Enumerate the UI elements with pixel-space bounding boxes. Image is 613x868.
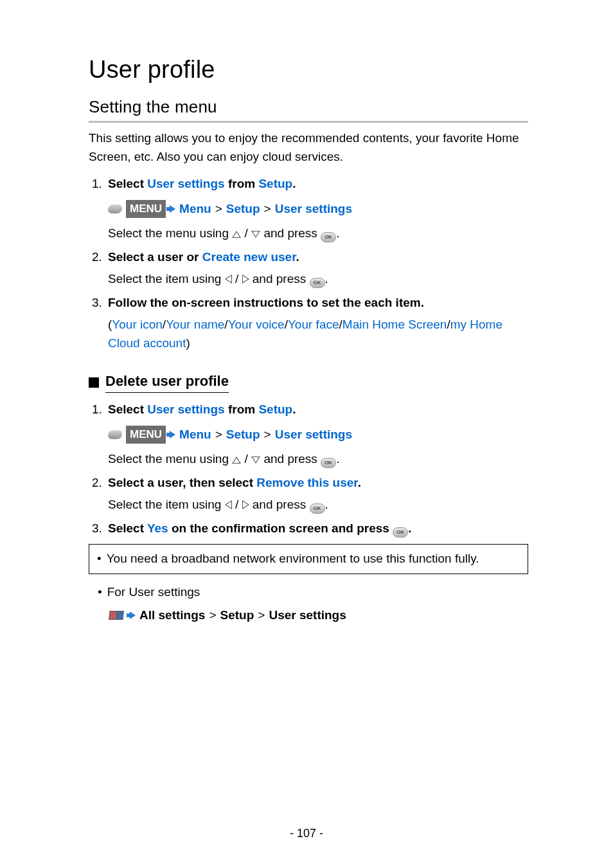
nav-up-icon <box>232 231 241 238</box>
nav-right-icon <box>242 275 249 284</box>
step-2-instruction: Select the item using / and press OK. <box>108 270 528 289</box>
text: . <box>408 521 411 535</box>
ref-user-settings: User settings <box>269 606 346 625</box>
opt-main-home-screen: Main Home Screen <box>342 318 447 331</box>
arrow-right-icon <box>130 611 136 619</box>
separator: > <box>264 200 271 219</box>
delete-step-3: Select Yes on the confirmation screen an… <box>105 520 528 538</box>
ref-setup: Setup <box>220 606 254 625</box>
text: . <box>336 226 339 240</box>
path-user-settings: User settings <box>275 200 352 219</box>
text: / <box>232 498 242 511</box>
separator: > <box>258 606 265 625</box>
separator: > <box>215 200 222 219</box>
link-user-settings: User settings <box>147 177 224 190</box>
text: Select the menu using <box>108 452 232 466</box>
text: Select the item using <box>108 272 225 285</box>
path-setup: Setup <box>226 200 260 219</box>
delete-heading-text: Delete user profile <box>105 370 229 393</box>
delete-step-1: Select User settings from Setup. MENU Me… <box>105 401 528 469</box>
note-box: You need a broadband network environment… <box>89 544 528 574</box>
reference-path: All settings > Setup > User settings <box>109 606 528 625</box>
section-subtitle: Setting the menu <box>89 95 528 123</box>
nav-left-icon <box>225 275 232 284</box>
opt-your-name: Your name <box>166 318 224 331</box>
text: Select the item using <box>108 498 225 511</box>
text: . <box>292 402 296 416</box>
text: . <box>292 177 296 190</box>
delete-step-2-instruction: Select the item using / and press OK. <box>108 496 528 514</box>
nav-right-icon <box>242 500 249 509</box>
page-number: - 107 - <box>0 825 613 842</box>
ok-button-icon: OK <box>393 527 408 538</box>
link-user-settings: User settings <box>147 402 224 416</box>
text: Select a user or <box>108 250 202 264</box>
text: ) <box>186 336 190 350</box>
text: . <box>325 272 328 285</box>
text: from <box>225 402 259 416</box>
text: . <box>296 250 299 264</box>
text: Select the menu using <box>108 226 232 240</box>
text: Select <box>108 177 147 190</box>
path-user-settings: User settings <box>275 426 352 444</box>
step-1: Select User settings from Setup. MENU Me… <box>105 175 528 243</box>
link-remove-this-user: Remove this user <box>256 476 357 489</box>
step-3-items: (Your icon/Your name/Your voice/Your fac… <box>108 316 528 352</box>
text: . <box>358 476 361 489</box>
opt-your-icon: Your icon <box>112 318 163 331</box>
path-setup: Setup <box>226 426 260 444</box>
menu-path: MENU Menu > Setup > User settings <box>108 200 528 219</box>
step-3-title: Follow the on-screen instructions to set… <box>108 296 424 309</box>
delete-section-heading: Delete user profile <box>89 370 528 393</box>
nav-left-icon <box>225 500 232 509</box>
text: Select a user, then select <box>108 476 256 489</box>
opt-your-face: Your face <box>288 318 339 331</box>
path-menu: Menu <box>179 200 211 219</box>
arrow-right-icon <box>170 205 175 213</box>
text: and press <box>249 272 310 285</box>
page-title: User profile <box>89 51 528 88</box>
note-text: You need a broadband network environment… <box>97 550 520 568</box>
text: from <box>225 177 259 190</box>
square-bullet-icon <box>89 377 99 388</box>
delete-step-2: Select a user, then select Remove this u… <box>105 474 528 514</box>
opt-your-voice: Your voice <box>228 318 285 331</box>
remote-icon <box>107 204 123 213</box>
text: / <box>241 452 251 466</box>
nav-down-icon <box>251 231 260 238</box>
menu-badge: MENU <box>126 426 166 444</box>
path-menu: Menu <box>179 426 211 444</box>
text: Select <box>108 402 147 416</box>
ok-button-icon: OK <box>321 458 336 468</box>
text: / <box>232 272 242 285</box>
step-2: Select a user or Create new user. Select… <box>105 248 528 289</box>
step-1-instruction: Select the menu using / and press OK. <box>108 224 528 243</box>
menu-badge: MENU <box>126 200 166 219</box>
arrow-right-icon <box>170 431 175 439</box>
ok-button-icon: OK <box>321 232 336 242</box>
text: on the confirmation screen and press <box>168 521 393 535</box>
ok-button-icon: OK <box>310 503 325 514</box>
link-setup: Setup <box>258 402 292 416</box>
menu-path: MENU Menu > Setup > User settings <box>108 426 528 444</box>
nav-down-icon <box>251 457 260 464</box>
step-3: Follow the on-screen instructions to set… <box>105 294 528 353</box>
ref-all-settings: All settings <box>139 606 205 625</box>
link-yes: Yes <box>147 521 168 535</box>
intro-text: This setting allows you to enjoy the rec… <box>89 129 528 166</box>
text: and press <box>260 452 321 466</box>
delete-step-1-instruction: Select the menu using / and press OK. <box>108 450 528 469</box>
link-create-new-user: Create new user <box>202 250 296 264</box>
text: . <box>325 498 328 511</box>
text: and press <box>249 498 310 511</box>
remote-icon <box>107 430 123 439</box>
text: . <box>336 452 339 466</box>
ok-button-icon: OK <box>310 278 325 288</box>
text: / <box>241 226 251 240</box>
separator: > <box>264 426 271 444</box>
separator: > <box>209 606 216 625</box>
link-setup: Setup <box>258 177 292 190</box>
nav-up-icon <box>232 457 241 464</box>
book-icon <box>109 611 123 620</box>
text: Select <box>108 521 147 535</box>
